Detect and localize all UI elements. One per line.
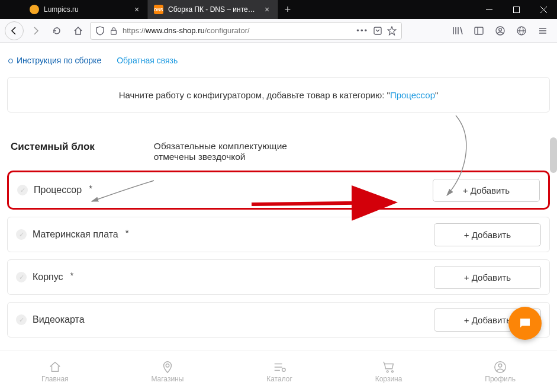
tab-title: Сборка ПК - DNS – интернет м: [168, 5, 257, 14]
component-row-case: Корпус * + Добавить: [7, 259, 550, 295]
cart-icon: [382, 361, 395, 374]
profile-icon: [494, 361, 507, 374]
section-header: Системный блок Обязательные комплектующи…: [5, 113, 552, 171]
svg-rect-1: [513, 7, 519, 12]
svg-rect-4: [111, 30, 117, 34]
required-icon: *: [70, 270, 74, 280]
row-label: Корпус: [33, 272, 63, 282]
reader-icon[interactable]: [373, 26, 382, 36]
toolbar: https://www.dns-shop.ru/configurator/ ••…: [0, 19, 557, 43]
svg-rect-6: [475, 27, 483, 34]
maximize-button[interactable]: [503, 0, 530, 19]
new-tab-button[interactable]: +: [278, 0, 297, 19]
row-label: Процессор: [34, 185, 82, 195]
minimize-button[interactable]: [475, 0, 503, 19]
instructions-link[interactable]: Инструкция по сборке: [8, 56, 101, 65]
svg-rect-5: [374, 27, 381, 34]
required-icon: *: [125, 227, 129, 237]
library-icon[interactable]: [448, 21, 467, 40]
window-controls: [475, 0, 557, 19]
nav-label: Каталог: [266, 375, 292, 383]
svg-point-9: [499, 28, 502, 31]
section-subtitle-1: Обязательные комплектующие: [154, 141, 287, 152]
nav-profile[interactable]: Профиль: [485, 361, 516, 383]
row-label: Материнская плата: [33, 229, 118, 240]
component-row-motherboard: Материнская плата * + Добавить: [7, 217, 550, 252]
tab-lumpics[interactable]: Lumpics.ru ×: [24, 0, 148, 19]
banner-text-suffix: ": [435, 90, 438, 100]
nav-label: Магазины: [151, 375, 183, 383]
titlebar: Lumpics.ru × DNS Сборка ПК - DNS – интер…: [0, 0, 557, 19]
page-actions-icon[interactable]: •••: [356, 26, 368, 35]
url-text: https://www.dns-shop.ru/configurator/: [123, 26, 352, 35]
url-path: /configurator/: [205, 26, 250, 35]
banner-processor-link[interactable]: Процессор: [390, 90, 435, 100]
scrollbar[interactable]: [550, 137, 557, 173]
banner-text-prefix: Начните работу с конфигуратором, добавьт…: [119, 90, 390, 100]
component-row-gpu: Видеокарта + Добавить: [7, 302, 550, 338]
feedback-link[interactable]: Обратная связь: [117, 56, 178, 65]
check-icon: [16, 229, 27, 240]
tab-title: Lumpics.ru: [44, 5, 127, 14]
close-button[interactable]: [530, 0, 557, 19]
page-content: Инструкция по сборке Обратная связь Начн…: [0, 43, 557, 351]
nav-label: Корзина: [375, 375, 403, 383]
nav-stores[interactable]: Магазины: [151, 361, 183, 383]
catalog-icon: [273, 361, 286, 374]
component-row-processor: Процессор * + Добавить: [7, 171, 550, 210]
tab-dns[interactable]: DNS Сборка ПК - DNS – интернет м ×: [148, 0, 278, 19]
tab-strip: Lumpics.ru × DNS Сборка ПК - DNS – интер…: [0, 0, 475, 19]
url-bar[interactable]: https://www.dns-shop.ru/configurator/ ••…: [90, 22, 402, 40]
nav-catalog[interactable]: Каталог: [266, 361, 292, 383]
shield-icon[interactable]: [95, 26, 105, 36]
chat-fab[interactable]: [508, 307, 542, 340]
account-icon[interactable]: [491, 21, 510, 40]
lock-icon[interactable]: [110, 27, 118, 35]
row-label: Видеокарта: [33, 314, 85, 325]
check-icon: [16, 272, 27, 282]
url-host: www.dns-shop.ru: [146, 26, 205, 35]
svg-point-16: [282, 368, 286, 371]
chat-icon: [518, 316, 532, 330]
bottom-nav: Главная Магазины Каталог Корзина Профиль: [0, 351, 557, 392]
bookmark-icon[interactable]: [387, 26, 397, 36]
required-icon: *: [89, 183, 92, 193]
network-icon[interactable]: [512, 21, 531, 40]
check-icon: [16, 314, 27, 325]
forward-button[interactable]: [26, 21, 45, 40]
add-case-button[interactable]: + Добавить: [434, 266, 541, 289]
page-links: Инструкция по сборке Обратная связь: [5, 52, 552, 71]
nav-label: Профиль: [485, 375, 516, 383]
url-prefix: https://: [123, 26, 146, 35]
section-title: Системный блок: [11, 141, 95, 162]
dns-favicon-icon: DNS: [154, 5, 163, 14]
add-processor-button[interactable]: + Добавить: [433, 179, 540, 202]
start-banner: Начните работу с конфигуратором, добавьт…: [7, 77, 550, 113]
close-icon[interactable]: ×: [262, 5, 272, 14]
sidebar-icon[interactable]: [469, 21, 488, 40]
lumpics-favicon-icon: [30, 5, 39, 14]
home-button[interactable]: [69, 21, 88, 40]
nav-cart[interactable]: Корзина: [375, 361, 403, 383]
section-subtitle-2: отмечены звездочкой: [154, 152, 287, 162]
menu-icon[interactable]: [533, 21, 552, 40]
reload-button[interactable]: [47, 21, 66, 40]
pin-icon: [161, 361, 174, 374]
check-icon: [17, 185, 28, 195]
nav-label: Главная: [41, 375, 69, 383]
close-icon[interactable]: ×: [132, 5, 141, 14]
add-motherboard-button[interactable]: + Добавить: [434, 223, 541, 246]
back-button[interactable]: [5, 21, 24, 40]
svg-point-18: [498, 364, 502, 367]
nav-home[interactable]: Главная: [41, 361, 69, 383]
home-icon: [49, 361, 62, 374]
